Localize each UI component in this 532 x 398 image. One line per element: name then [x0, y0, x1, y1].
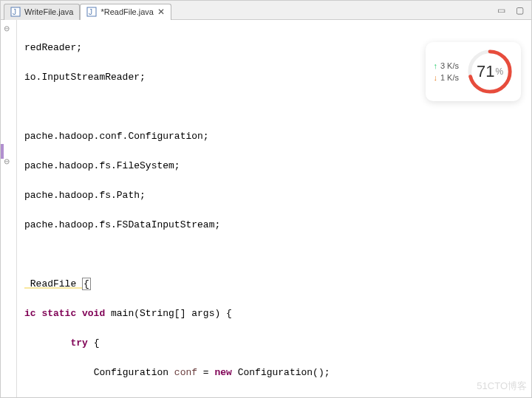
usage-gauge: 71%: [466, 48, 514, 95]
minimize-icon[interactable]: ▭: [497, 5, 505, 16]
speed-overlay: 3 K/s 1 K/s 71%: [426, 42, 521, 101]
java-file-icon: J: [10, 7, 21, 17]
svg-text:J: J: [89, 8, 92, 16]
watermark: 51CTO博客: [477, 380, 527, 393]
java-file-icon: J: [86, 7, 97, 17]
tab-readfile[interactable]: J *ReadFile.java ✕: [80, 4, 171, 20]
download-speed: 1 K/s: [433, 72, 459, 83]
tab-label: WriteFile.java: [24, 7, 73, 16]
maximize-icon[interactable]: ▢: [516, 5, 524, 16]
upload-speed: 3 K/s: [433, 60, 459, 72]
collapse-icon[interactable]: ⊖: [4, 24, 10, 32]
tab-writefile[interactable]: J WriteFile.java: [4, 4, 80, 20]
percent-icon: %: [495, 66, 503, 77]
collapse-icon[interactable]: ⊖: [4, 157, 10, 165]
svg-text:J: J: [13, 8, 16, 16]
tab-label: *ReadFile.java: [100, 7, 154, 16]
editor-gutter: ⊖ ⊖: [1, 20, 17, 397]
editor-tabbar: J WriteFile.java J *ReadFile.java ✕ ▭ ▢: [1, 1, 531, 20]
close-icon[interactable]: ✕: [157, 7, 165, 17]
speed-stats: 3 K/s 1 K/s: [433, 60, 459, 83]
gauge-value: 71: [477, 62, 494, 81]
change-marker: [1, 144, 4, 159]
window-controls: ▭ ▢: [497, 5, 531, 16]
